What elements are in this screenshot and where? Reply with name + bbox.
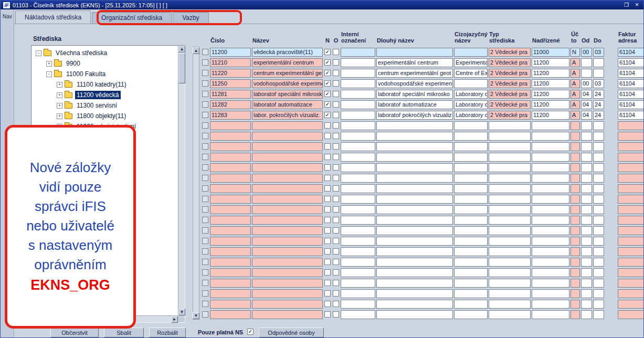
- grid-row-empty[interactable]: [202, 183, 644, 194]
- cell-nazev[interactable]: [252, 216, 323, 225]
- cell-od[interactable]: [581, 310, 592, 319]
- cell-cizojazycny-nazev[interactable]: [454, 237, 488, 246]
- cell-dlouhy-nazev[interactable]: [376, 153, 453, 162]
- cell-typ-strediska[interactable]: [489, 237, 531, 246]
- cell-cislo[interactable]: 11200: [210, 48, 251, 57]
- cell-cislo[interactable]: [210, 216, 251, 225]
- cell-do[interactable]: [593, 195, 604, 204]
- cell-dlouhy-nazev[interactable]: laboratoř automatizace: [376, 100, 453, 109]
- cell-nazev[interactable]: vodohospodářské experime: [252, 79, 323, 88]
- tree-item[interactable]: +11800 objekty(11): [31, 111, 178, 121]
- cell-typ-strediska[interactable]: 2 Vědecké pra: [489, 48, 531, 57]
- cell-typ-strediska[interactable]: 2 Vědecké pra: [489, 90, 531, 99]
- cell-uc-to[interactable]: A: [571, 79, 580, 88]
- cell-cislo[interactable]: [210, 153, 251, 162]
- grid-row-empty[interactable]: [202, 162, 644, 173]
- cell-nadrizene[interactable]: [532, 300, 569, 309]
- cell-uc-to[interactable]: [571, 121, 580, 130]
- cell-typ-strediska[interactable]: [489, 132, 531, 141]
- cell-cizojazycny-nazev[interactable]: [454, 216, 488, 225]
- cell-do[interactable]: [593, 184, 604, 193]
- cell-do[interactable]: 24: [593, 100, 604, 109]
- cell-uc-to[interactable]: [571, 310, 580, 319]
- cell-do[interactable]: [593, 121, 604, 130]
- cell-interni-oznaceni[interactable]: [341, 111, 375, 120]
- o-checkbox[interactable]: [333, 133, 339, 139]
- cell-interni-oznaceni[interactable]: [341, 226, 375, 235]
- cell-od[interactable]: [581, 289, 592, 298]
- o-checkbox[interactable]: [333, 290, 339, 297]
- cell-faktur-adresa[interactable]: [618, 142, 644, 151]
- tab-2[interactable]: Organizační střediska: [92, 12, 172, 24]
- cell-faktur-adresa[interactable]: [618, 121, 644, 130]
- cell-typ-strediska[interactable]: [489, 289, 531, 298]
- cell-od[interactable]: [581, 121, 592, 130]
- cell-nazev[interactable]: experimentální centrum: [252, 58, 323, 67]
- cell-do[interactable]: [593, 132, 604, 141]
- row-select-checkbox[interactable]: [202, 238, 208, 244]
- cell-od[interactable]: [581, 237, 592, 246]
- cell-do[interactable]: [593, 153, 604, 162]
- cell-cizojazycny-nazev[interactable]: [454, 142, 488, 151]
- tree-expander-icon[interactable]: -: [36, 50, 41, 56]
- grid-row-empty[interactable]: [202, 131, 644, 141]
- record-scrollbar[interactable]: ▲ ▼: [193, 47, 199, 320]
- cell-typ-strediska[interactable]: [489, 205, 531, 214]
- cell-cizojazycny-nazev[interactable]: Centre of Ex: [454, 69, 488, 78]
- cell-od[interactable]: [581, 132, 592, 141]
- cell-typ-strediska[interactable]: 2 Vědecké pra: [489, 69, 531, 78]
- cell-faktur-adresa[interactable]: [618, 205, 644, 214]
- grid-row[interactable]: 11281laboratoř speciální mikrosk✓laborat…: [202, 89, 644, 99]
- cell-cizojazycny-nazev[interactable]: Experimenta: [454, 58, 488, 67]
- cell-cislo[interactable]: [210, 205, 251, 214]
- o-checkbox[interactable]: [333, 311, 339, 318]
- cell-nazev[interactable]: [252, 195, 323, 204]
- cell-dlouhy-nazev[interactable]: [376, 237, 453, 246]
- cell-faktur-adresa[interactable]: [618, 174, 644, 183]
- cell-cizojazycny-nazev[interactable]: Laboratory o: [454, 90, 488, 99]
- cell-dlouhy-nazev[interactable]: [376, 174, 453, 183]
- cell-nadrizene[interactable]: [532, 142, 569, 151]
- cell-cizojazycny-nazev[interactable]: [454, 174, 488, 183]
- cell-nazev[interactable]: [252, 237, 323, 246]
- row-select-checkbox[interactable]: [202, 311, 208, 318]
- cell-typ-strediska[interactable]: [489, 195, 531, 204]
- expand-button[interactable]: Rozbalit: [149, 328, 186, 337]
- row-select-checkbox[interactable]: [202, 206, 208, 213]
- cell-nadrizene[interactable]: [532, 268, 569, 277]
- cell-od[interactable]: [581, 300, 592, 309]
- cell-uc-to[interactable]: [571, 142, 580, 151]
- cell-od[interactable]: [581, 174, 592, 183]
- cell-cizojazycny-nazev[interactable]: [454, 79, 488, 88]
- cell-dlouhy-nazev[interactable]: [376, 247, 453, 256]
- cell-faktur-adresa[interactable]: [618, 279, 644, 288]
- tree-item[interactable]: -Všechna střediska: [31, 48, 178, 58]
- cell-nadrizene[interactable]: 11200: [532, 111, 569, 120]
- o-checkbox[interactable]: [333, 185, 339, 192]
- cell-od[interactable]: [581, 226, 592, 235]
- row-select-checkbox[interactable]: [202, 143, 208, 150]
- row-select-checkbox[interactable]: [202, 290, 208, 297]
- tab-1[interactable]: Nákladová střediska: [15, 10, 91, 24]
- cell-typ-strediska[interactable]: 2 Vědecké pra: [489, 79, 531, 88]
- cell-dlouhy-nazev[interactable]: centrum experimentální geot: [376, 69, 453, 78]
- tree-expander-icon[interactable]: +: [57, 113, 62, 119]
- cell-nazev[interactable]: laboratoř speciální mikrosk: [252, 90, 323, 99]
- cell-typ-strediska[interactable]: 2 Vědecké pra: [489, 58, 531, 67]
- n-checkbox[interactable]: [324, 301, 331, 307]
- cell-interni-oznaceni[interactable]: [341, 268, 375, 277]
- cell-nadrizene[interactable]: [532, 195, 569, 204]
- n-checkbox[interactable]: [324, 259, 331, 265]
- cell-interni-oznaceni[interactable]: [341, 90, 375, 99]
- cell-interni-oznaceni[interactable]: [341, 300, 375, 309]
- row-select-checkbox[interactable]: [202, 101, 208, 108]
- n-checkbox[interactable]: [324, 133, 331, 139]
- cell-cizojazycny-nazev[interactable]: [454, 247, 488, 256]
- cell-faktur-adresa[interactable]: 61104: [618, 111, 644, 120]
- cell-interni-oznaceni[interactable]: [341, 142, 375, 151]
- cell-dlouhy-nazev[interactable]: [376, 216, 453, 225]
- cell-faktur-adresa[interactable]: [618, 289, 644, 298]
- cell-typ-strediska[interactable]: [489, 279, 531, 288]
- o-checkbox[interactable]: [333, 59, 339, 66]
- row-select-checkbox[interactable]: [202, 59, 208, 66]
